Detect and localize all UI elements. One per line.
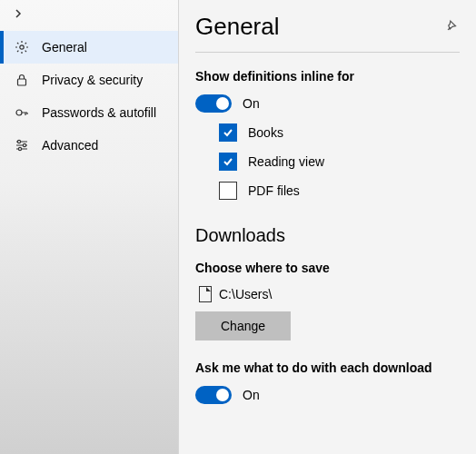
definitions-toggle[interactable] [195,94,232,113]
download-path: C:\Users\ [219,287,272,301]
svg-point-0 [20,45,24,49]
header: General [195,13,460,53]
sidebar-item-label: Passwords & autofill [42,105,156,120]
toggle-label: On [243,96,260,111]
checkbox-reading-view[interactable] [219,153,237,171]
pin-icon[interactable] [445,18,460,35]
svg-point-2 [16,110,22,115]
sidebar-item-label: General [42,40,87,54]
svg-point-4 [23,143,25,146]
checkbox-label: Reading view [248,154,324,169]
folder-icon [199,286,212,302]
definitions-label: Show definitions inline for [195,69,460,84]
checkbox-row-pdf: PDF files [219,182,460,200]
download-path-row: C:\Users\ [199,286,460,302]
lock-icon [15,73,29,87]
sidebar-item-general[interactable]: General [0,31,178,64]
svg-point-3 [17,140,20,143]
sidebar-item-privacy[interactable]: Privacy & security [0,64,178,96]
downloads-group: Downloads Choose where to save C:\Users\… [195,225,460,404]
checkbox-pdf-files[interactable] [219,182,237,200]
choose-where-label: Choose where to save [195,261,460,275]
page-title: General [195,13,280,41]
toggle-label: On [243,388,260,402]
checkbox-label: Books [248,125,283,140]
main-panel: General Show definitions inline for On B… [178,0,476,454]
checkbox-row-books: Books [219,123,460,142]
definitions-group: Show definitions inline for On Books Rea… [195,69,460,200]
back-arrow-icon[interactable] [0,4,178,31]
downloads-heading: Downloads [195,225,460,246]
ask-download-toggle[interactable] [195,386,232,404]
svg-point-5 [18,147,21,150]
sidebar-item-passwords[interactable]: Passwords & autofill [0,96,178,129]
sidebar-item-label: Advanced [42,138,98,153]
sidebar-item-advanced[interactable]: Advanced [0,129,178,162]
change-button[interactable]: Change [195,311,291,340]
ask-toggle-row: On [195,386,460,404]
checkbox-books[interactable] [219,123,237,142]
ask-download-label: Ask me what to do with each download [195,360,460,375]
sidebar: General Privacy & security Passwords & a… [0,0,178,454]
key-icon [15,105,29,120]
definitions-toggle-row: On [195,94,460,113]
checkbox-label: PDF files [248,183,300,198]
svg-rect-1 [18,79,26,85]
checkbox-row-reading: Reading view [219,153,460,171]
sliders-icon [15,138,29,153]
gear-icon [15,40,29,54]
sidebar-item-label: Privacy & security [42,73,143,87]
